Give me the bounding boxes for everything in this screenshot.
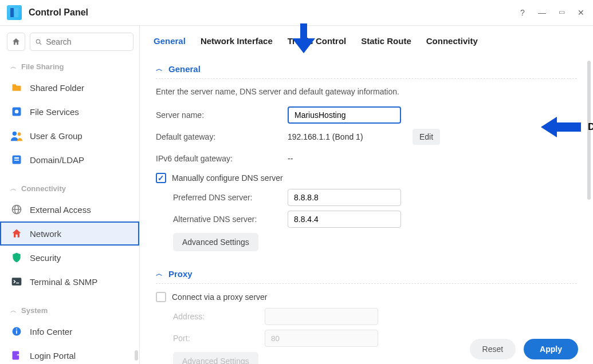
- home-icon: [11, 37, 21, 46]
- proxy-port-label: Port:: [173, 334, 265, 343]
- panel-general: ︿ General Enter the server name, DNS ser…: [140, 56, 593, 261]
- dns-manual-label: Manually configure DNS server: [172, 173, 283, 183]
- minimize-icon[interactable]: —: [537, 8, 547, 17]
- sidebar-item-label: User & Group: [30, 131, 83, 141]
- checkbox-unchecked-icon[interactable]: ✓: [156, 292, 166, 302]
- default-gateway-label: Default gateway:: [156, 132, 288, 141]
- network-icon: [10, 227, 23, 240]
- apply-button[interactable]: Apply: [524, 339, 578, 359]
- svg-rect-14: [16, 330, 17, 334]
- section-connectivity[interactable]: ︿ Connectivity: [0, 179, 139, 197]
- general-description: Enter the server name, DNS server and de…: [156, 87, 577, 96]
- tab-network-interface[interactable]: Network Interface: [201, 36, 273, 48]
- svg-line-1: [40, 43, 41, 45]
- sidebar-item-user-group[interactable]: User & Group: [0, 124, 139, 148]
- default-gateway-value: 192.168.1.1 (Bond 1): [288, 132, 408, 141]
- sidebar: ︿ File Sharing Shared Folder File Servic…: [0, 25, 140, 364]
- chevron-up-icon: ︿: [10, 62, 17, 71]
- proxy-address-label: Address:: [173, 312, 265, 321]
- sidebar-item-domain-ldap[interactable]: Domain/LDAP: [0, 148, 139, 172]
- chevron-up-icon: ︿: [10, 306, 17, 315]
- tab-static-route[interactable]: Static Route: [361, 36, 411, 48]
- sidebar-item-login-portal[interactable]: Login Portal: [0, 343, 139, 364]
- svg-point-5: [18, 132, 21, 136]
- sidebar-item-info-center[interactable]: Info Center: [0, 319, 139, 343]
- sidebar-item-label: File Services: [30, 107, 79, 117]
- sidebar-item-shared-folder[interactable]: Shared Folder: [0, 76, 139, 100]
- sidebar-item-label: Security: [30, 253, 61, 263]
- titlebar: Control Panel ? — ▭ ✕: [0, 0, 593, 25]
- search-box[interactable]: [30, 33, 133, 51]
- svg-rect-15: [16, 329, 17, 330]
- panel-header-general[interactable]: ︿ General: [156, 60, 577, 79]
- sidebar-item-label: Login Portal: [30, 351, 76, 361]
- proxy-address-input: [265, 308, 378, 325]
- sidebar-item-label: Domain/LDAP: [30, 155, 84, 165]
- close-icon[interactable]: ✕: [576, 8, 586, 17]
- content-area: DSM_HOSTNAME General Network Interface T…: [140, 25, 593, 364]
- sidebar-item-terminal-snmp[interactable]: Terminal & SNMP: [0, 270, 139, 294]
- proxy-port-input: [265, 330, 378, 347]
- domain-ldap-icon: [10, 153, 23, 166]
- chevron-up-icon: ︿: [156, 64, 163, 74]
- tab-connectivity[interactable]: Connectivity: [426, 36, 478, 48]
- section-label: Connectivity: [21, 184, 66, 193]
- info-icon: [10, 325, 23, 338]
- preferred-dns-input[interactable]: [288, 189, 401, 206]
- scrollbar-thumb[interactable]: [587, 61, 591, 200]
- search-icon: [35, 38, 42, 46]
- sidebar-item-label: External Access: [30, 205, 91, 215]
- tab-general[interactable]: General: [154, 36, 186, 48]
- tabs: General Network Interface Traffic Contro…: [140, 26, 593, 56]
- login-portal-icon: [10, 349, 23, 362]
- edit-gateway-button[interactable]: Edit: [413, 129, 440, 145]
- checkbox-checked-icon[interactable]: ✓: [156, 173, 166, 183]
- proxy-checkbox-row[interactable]: ✓ Connect via a proxy server: [156, 292, 577, 302]
- alternative-dns-input[interactable]: [288, 211, 401, 228]
- alternative-dns-label: Alternative DNS server:: [173, 215, 288, 224]
- dns-advanced-button[interactable]: Advanced Settings: [173, 233, 258, 251]
- svg-rect-8: [14, 160, 19, 161]
- svg-point-4: [13, 132, 17, 136]
- sidebar-item-label: Terminal & SNMP: [30, 277, 97, 287]
- help-icon[interactable]: ?: [517, 8, 528, 17]
- section-file-sharing[interactable]: ︿ File Sharing: [0, 57, 139, 76]
- maximize-icon[interactable]: ▭: [556, 8, 567, 17]
- globe-icon: [10, 203, 23, 216]
- content-scrollbar[interactable]: [587, 61, 591, 313]
- user-group-icon: [10, 129, 23, 142]
- terminal-icon: [10, 275, 23, 288]
- window-title: Control Panel: [29, 7, 88, 18]
- server-name-input[interactable]: [288, 106, 401, 124]
- section-label: System: [21, 306, 48, 315]
- reset-button[interactable]: Reset: [470, 339, 516, 359]
- panel-title: General: [168, 64, 201, 74]
- server-name-label: Server name:: [156, 110, 288, 120]
- sidebar-item-label: Info Center: [30, 327, 72, 337]
- tab-traffic-control[interactable]: Traffic Control: [288, 36, 347, 48]
- svg-rect-12: [12, 278, 22, 285]
- proxy-advanced-button: Advanced Settings: [173, 352, 258, 364]
- sidebar-item-security[interactable]: Security: [0, 246, 139, 270]
- panel-header-proxy[interactable]: ︿ Proxy: [156, 264, 577, 284]
- sidebar-item-network[interactable]: Network: [0, 221, 139, 246]
- sidebar-item-external-access[interactable]: External Access: [0, 197, 139, 221]
- sidebar-item-label: Shared Folder: [30, 83, 84, 93]
- home-button[interactable]: [7, 33, 25, 51]
- section-system[interactable]: ︿ System: [0, 300, 139, 319]
- bottom-button-bar: Reset Apply: [470, 339, 578, 359]
- proxy-check-label: Connect via a proxy server: [172, 292, 268, 302]
- chevron-up-icon: ︿: [156, 269, 163, 279]
- sidebar-item-file-services[interactable]: File Services: [0, 100, 139, 124]
- folder-icon: [10, 81, 23, 94]
- section-label: File Sharing: [21, 62, 64, 71]
- panel-title: Proxy: [168, 269, 193, 279]
- svg-point-3: [15, 110, 19, 114]
- file-services-icon: [10, 105, 23, 118]
- sidebar-scrollbar-thumb[interactable]: [135, 350, 138, 361]
- preferred-dns-label: Preferred DNS server:: [173, 193, 288, 202]
- svg-rect-7: [14, 157, 19, 159]
- dns-manual-checkbox-row[interactable]: ✓ Manually configure DNS server: [156, 173, 577, 183]
- ipv6-gateway-value: --: [288, 154, 408, 163]
- search-input[interactable]: [46, 37, 128, 46]
